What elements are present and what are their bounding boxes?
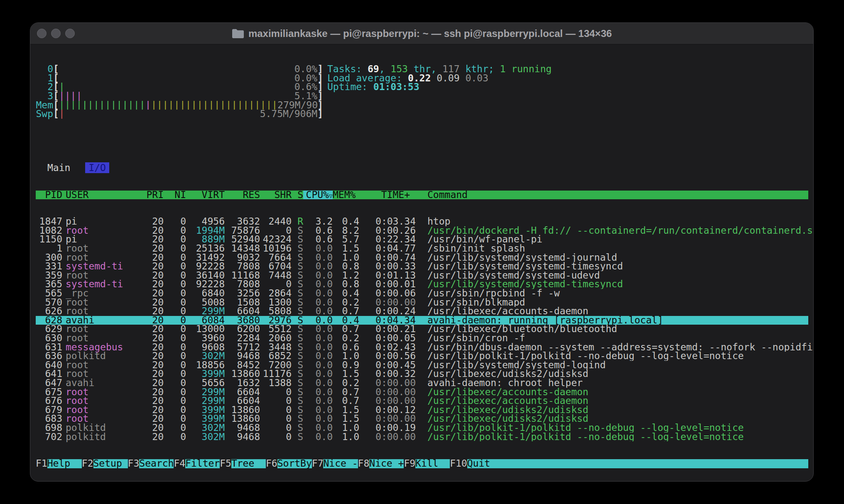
process-row[interactable]: 1150pi200889M5294042324S0.65.70:22.34/us… (36, 235, 808, 244)
fnkey-number-filter: F4 (174, 459, 185, 468)
cell-res: 9468 (225, 433, 260, 442)
cell-user: polkitd (66, 433, 128, 442)
meter-bar-area: ||||||||||||||||||||||||||||||||||||||27… (59, 101, 317, 110)
column-header-s[interactable]: S (292, 191, 303, 200)
process-row[interactable]: 640root2001885684527200S0.00.90:00.45/us… (36, 361, 808, 370)
process-row[interactable]: 675root200299M66040S0.00.70:00.00/usr/li… (36, 388, 808, 397)
cell-cmd: /usr/sbin/blkmapd (427, 298, 808, 307)
process-row[interactable]: 570root200500815081300S0.00.20:00.00/usr… (36, 298, 808, 307)
cell-cmd: /usr/libexec/bluetooth/bluetoothd (427, 325, 808, 334)
meter-bars: | (59, 110, 65, 119)
process-row[interactable]: 1root200251361434810196S0.01.50:04.77/sb… (36, 244, 808, 253)
process-row[interactable]: 629root2001300062005512S0.00.70:00.21/us… (36, 325, 808, 334)
process-row[interactable]: 1847pi200495636322440R3.20.40:03.34htop (36, 217, 808, 226)
process-row[interactable]: 565_rpc200684032562864S0.00.40:00.06/usr… (36, 289, 808, 298)
process-row[interactable]: 702polkitd200302M94680S0.01.00:00.00/usr… (36, 433, 808, 442)
process-row[interactable]: 300root2003149290327664S0.01.00:00.74/us… (36, 253, 808, 262)
cell-cmd: avahi-daemon: running [raspberrypi.local… (427, 316, 808, 325)
meter-bars: |||| (59, 92, 82, 101)
window-title: maximiliankaske — pi@raspberrypi: ~ — ss… (248, 28, 612, 39)
process-row[interactable]: 647avahi200565616321388S0.00.20:00.00ava… (36, 379, 808, 388)
cell-cmd: /usr/lib/systemd/systemd-timesyncd (427, 262, 808, 271)
fnkey-kill[interactable]: Kill (415, 459, 450, 468)
column-header-user[interactable]: USER (66, 191, 128, 200)
column-header-virt[interactable]: VIRT (186, 191, 225, 200)
cell-cmd: /usr/lib/polkit-1/polkitd --no-debug --l… (427, 352, 808, 361)
meter-value: 279M/906M (277, 101, 317, 110)
column-header-time[interactable]: TIME+ (359, 191, 416, 200)
cell-cmd: /usr/sbin/cron -f (427, 334, 808, 343)
process-row[interactable]: 630root200396022842060S0.00.20:00.05/usr… (36, 334, 808, 343)
process-row[interactable]: 679root200399M138600S0.01.50:00.12/usr/l… (36, 406, 808, 415)
meter-value: 5.1% (294, 92, 317, 101)
process-row[interactable]: 683root200399M138600S0.01.50:00.00/usr/l… (36, 414, 808, 423)
process-row[interactable]: 676root200299M66040S0.00.70:00.00/usr/li… (36, 396, 808, 406)
column-header-cpu[interactable]: CPU%▽ (303, 191, 333, 200)
cell-cmd: /sbin/init splash (427, 244, 808, 253)
column-header-pri[interactable]: PRI (128, 191, 164, 200)
column-header-shr[interactable]: SHR (260, 191, 292, 200)
process-row[interactable]: 636polkitd200302M94686852S0.01.00:00.56/… (36, 352, 808, 361)
folder-icon (232, 29, 244, 39)
meter-value: 5.75M/906M (260, 110, 317, 119)
fnkey-sortby[interactable]: SortBy (277, 459, 312, 468)
fnkey-number-nice-plus: F8 (358, 459, 370, 468)
fnkey-number-search: F3 (128, 459, 140, 468)
cell-cmd: htop (427, 217, 808, 226)
cell-time: 0:00.00 (359, 433, 416, 442)
fnkey-number-setup: F2 (82, 459, 93, 468)
fnkey-number-sortby: F6 (266, 459, 277, 468)
mem-meter: Mem[||||||||||||||||||||||||||||||||||||… (36, 101, 323, 110)
cpu3-meter: 3[||||5.1%] (36, 92, 323, 101)
meter-bar-area: 0.0% (59, 65, 317, 74)
fnkey-tree[interactable]: Tree (231, 459, 266, 468)
htop-screen: 0[0.0%]1[0.0%]2[|0.6%]3[||||5.1%]Mem[|||… (30, 44, 808, 482)
cell-s: S (292, 433, 303, 442)
column-header-cmd[interactable]: Command (427, 191, 808, 200)
tab-io[interactable]: I/O (85, 162, 109, 173)
fnkey-filter[interactable]: Filter (185, 459, 220, 468)
process-row[interactable]: 628avahi200608436802976S0.00.40:04.34ava… (36, 316, 808, 325)
cell-cmd: /usr/libexec/udisks2/udisksd (427, 369, 808, 379)
column-header-ni[interactable]: NI (164, 191, 186, 200)
cpu1-meter: 1[0.0%] (36, 74, 323, 83)
header-meters-area: 0[0.0%]1[0.0%]2[|0.6%]3[||||5.1%]Mem[|||… (36, 65, 808, 119)
cell-cmd: /usr/libexec/udisks2/udisksd (427, 414, 808, 423)
process-row[interactable]: 641root200399M1386011176S0.01.50:00.32/u… (36, 369, 808, 379)
process-row[interactable]: 626root200299M66045808S0.00.70:00.24/usr… (36, 307, 808, 316)
cell-cmd: /usr/lib/systemd/systemd-logind (427, 361, 808, 370)
fnkey-setup[interactable]: Setup (93, 459, 128, 468)
meter-bracket-close: ] (317, 110, 323, 119)
cell-cmd: /usr/libexec/udisks2/udisksd (427, 406, 808, 415)
fnkey-help[interactable]: Help (47, 459, 82, 468)
fnkey-search[interactable]: Search (139, 459, 174, 468)
fnkey-number-nice-minus: F7 (312, 459, 324, 468)
cell-cmd: /usr/libexec/accounts-daemon (427, 396, 808, 406)
process-row[interactable]: 331systemd-ti2009222878086704S0.00.80:00… (36, 262, 808, 271)
sort-indicator-icon: ▽ (329, 192, 333, 200)
meter-column: 0[0.0%]1[0.0%]2[|0.6%]3[||||5.1%]Mem[|||… (36, 65, 323, 119)
column-header-pid[interactable]: PID (36, 191, 62, 200)
process-row[interactable]: 631messagebus200960857123448S0.00.60:02.… (36, 343, 808, 352)
terminal-window: maximiliankaske — pi@raspberrypi: ~ — ss… (30, 22, 814, 482)
cell-cmd: /usr/libexec/accounts-daemon (427, 307, 808, 316)
tab-main[interactable]: Main (47, 162, 70, 173)
cell-cmd: /usr/bin/dbus-daemon --system --address=… (427, 343, 813, 352)
column-header-res[interactable]: RES (225, 191, 260, 200)
swp-meter: Swp[|5.75M/906M] (36, 110, 323, 119)
fnkey-nice-plus[interactable]: Nice + (369, 459, 404, 468)
meter-caption: Swp (36, 110, 53, 119)
meter-bar-area: 0.0% (59, 74, 317, 83)
fnkey-number-tree: F5 (220, 459, 231, 468)
column-header-mem[interactable]: MEM% (333, 191, 359, 200)
fnkey-quit[interactable]: Quit (467, 459, 808, 468)
fnkey-number-kill: F9 (404, 459, 415, 468)
process-row[interactable]: 1082root2001994M758760S0.68.20:00.26/usr… (36, 226, 808, 235)
process-row[interactable]: 698polkitd200302M94680S0.01.00:00.19/usr… (36, 423, 808, 433)
cell-ni: 0 (164, 433, 186, 442)
process-row[interactable]: 365systemd-ti2009222878080S0.00.80:00.01… (36, 280, 808, 289)
process-row[interactable]: 359root20036140111687448S0.01.20:01.13/u… (36, 271, 808, 280)
meter-bar-area: ||||5.1% (59, 92, 317, 101)
cpu0-meter: 0[0.0%] (36, 65, 323, 74)
fnkey-nice-minus[interactable]: Nice - (323, 459, 358, 468)
